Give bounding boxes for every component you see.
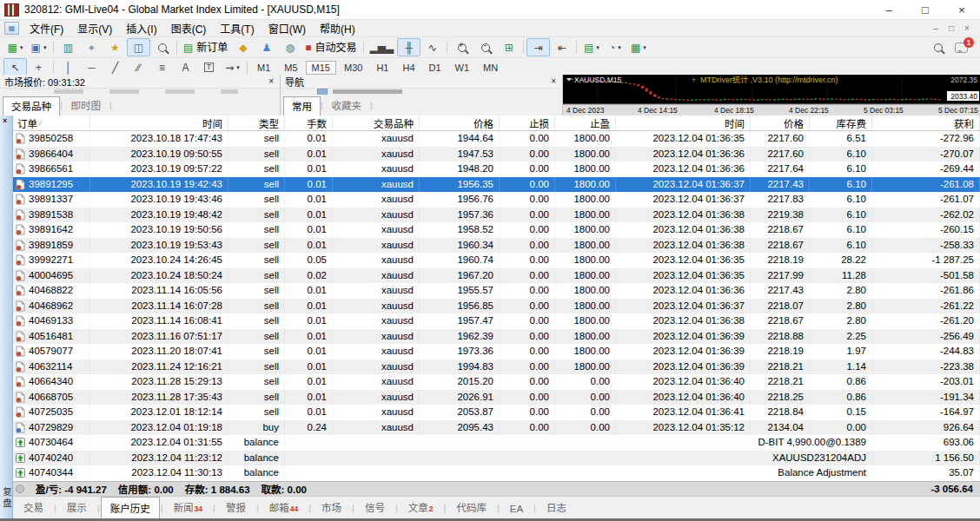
navigator-tab-1[interactable]: 常用 bbox=[283, 96, 321, 116]
market-watch-tab-2[interactable]: 即时图 bbox=[63, 96, 110, 115]
metaeditor-icon[interactable]: ◆ bbox=[231, 38, 255, 56]
history-row[interactable]: 405790772023.11.20 18:07:41sell0.01xauus… bbox=[12, 344, 980, 359]
terminal-tab-7[interactable]: 市场 bbox=[312, 496, 351, 520]
bar-chart-icon[interactable]: ▂▅▃ bbox=[367, 38, 398, 56]
history-row[interactable]: 398916422023.10.19 19:50:56sell0.01xauus… bbox=[12, 222, 980, 238]
column-header-open-price[interactable]: 价格 bbox=[420, 115, 500, 130]
navigator-tab-2[interactable]: 收藏夹 bbox=[323, 96, 371, 115]
history-row[interactable]: 407403442023.12.04 11:30:13balanceBalanc… bbox=[12, 465, 980, 481]
column-header-profit[interactable]: 获利 bbox=[872, 115, 980, 130]
channels-icon[interactable]: ≡ bbox=[150, 58, 174, 76]
child-close-button[interactable]: × bbox=[959, 23, 975, 33]
menu-item[interactable]: 窗口(W) bbox=[262, 20, 313, 36]
sidebar-vertical-label[interactable]: 复盘 bbox=[1, 487, 14, 509]
column-header-type[interactable]: 类型 bbox=[228, 115, 285, 130]
new-chart-icon[interactable]: ▦▾ bbox=[3, 38, 27, 56]
history-row[interactable]: 398912952023.10.19 19:42:43sell0.01xauus… bbox=[12, 177, 980, 193]
strategy-tester-icon[interactable] bbox=[150, 38, 174, 56]
timeframe-m1[interactable]: M1 bbox=[251, 61, 276, 75]
child-minimize-button[interactable]: – bbox=[928, 23, 944, 33]
child-restore-button[interactable]: □ bbox=[944, 23, 959, 33]
history-row[interactable]: 398502582023.10.18 17:47:43sell0.01xauus… bbox=[12, 131, 980, 147]
history-row[interactable]: 398913372023.10.19 19:43:46sell0.01xauus… bbox=[12, 192, 980, 208]
terminal-tab-8[interactable]: 信号 bbox=[355, 496, 394, 520]
fibonacci-icon[interactable]: ∕∕ bbox=[127, 58, 150, 76]
column-header-close-price[interactable]: 价格 bbox=[751, 115, 810, 130]
terminal-tab-11[interactable]: EA bbox=[500, 499, 533, 520]
auto-scroll-icon[interactable]: ⇥ bbox=[526, 38, 550, 56]
terminal-tab-10[interactable]: 代码库 bbox=[447, 496, 496, 520]
market-watch-icon[interactable]: ▥ bbox=[56, 38, 80, 56]
periods-icon[interactable]: ◔▾ bbox=[603, 38, 626, 56]
menu-item[interactable]: 插入(I) bbox=[119, 20, 163, 36]
text-icon[interactable]: A bbox=[174, 58, 197, 76]
terminal-tab-5[interactable]: 警报 bbox=[216, 496, 255, 520]
menu-item[interactable]: 工具(T) bbox=[213, 20, 261, 36]
community-icon[interactable]: ♟ bbox=[255, 38, 278, 56]
market-watch-tab-1[interactable]: 交易品种 bbox=[3, 96, 60, 116]
column-header-open-time[interactable]: 时间 bbox=[90, 115, 228, 130]
close-icon[interactable]: × bbox=[267, 76, 275, 86]
history-row[interactable]: 399922712023.10.24 14:26:45sell0.05xauus… bbox=[12, 253, 980, 268]
history-row[interactable]: 405164812023.11.16 07:51:17sell0.01xauus… bbox=[12, 329, 980, 345]
column-header-take-profit[interactable]: 止盈 bbox=[555, 115, 616, 130]
arrows-icon[interactable]: ⇝▾ bbox=[221, 58, 244, 76]
history-row[interactable]: 406687052023.11.28 17:35:43sell0.01xauus… bbox=[12, 390, 980, 406]
timeframe-d1[interactable]: D1 bbox=[423, 61, 447, 75]
profiles-icon[interactable]: ▣▾ bbox=[27, 38, 50, 56]
close-icon[interactable]: × bbox=[549, 76, 558, 86]
history-row[interactable]: 404688222023.11.14 16:05:56sell0.01xauus… bbox=[12, 283, 980, 299]
candlestick-chart-icon[interactable]: ╫ bbox=[397, 38, 420, 56]
column-header-symbol[interactable]: 交易品种 bbox=[333, 115, 420, 130]
templates-icon[interactable]: ▦▾ bbox=[626, 38, 650, 56]
history-row[interactable]: 398664042023.10.19 09:50:55sell0.01xauus… bbox=[12, 147, 980, 162]
data-window-icon[interactable]: ⌖ bbox=[80, 38, 103, 56]
timeframe-m5[interactable]: M5 bbox=[278, 61, 303, 75]
timeframe-mn[interactable]: MN bbox=[477, 61, 504, 75]
zoom-in-icon[interactable] bbox=[450, 38, 473, 56]
maximize-button[interactable]: □ bbox=[907, 0, 944, 19]
text-label-icon[interactable]: T bbox=[197, 58, 221, 76]
terminal-tab-12[interactable]: 日志 bbox=[537, 496, 576, 520]
menu-item[interactable]: 文件(F) bbox=[23, 20, 70, 36]
search-icon[interactable] bbox=[934, 43, 943, 52]
timeframe-m30[interactable]: M30 bbox=[338, 61, 368, 75]
timeframe-h4[interactable]: H4 bbox=[396, 61, 420, 75]
mql5-icon[interactable]: ◍ bbox=[278, 38, 301, 56]
menu-item[interactable]: 图表(C) bbox=[164, 20, 214, 36]
indicators-icon[interactable]: ▤▾ bbox=[579, 38, 603, 56]
history-row[interactable]: 407298292023.12.04 01:19:18buy0.24xauusd… bbox=[12, 420, 980, 436]
notifications-icon[interactable]: 1 bbox=[955, 43, 968, 53]
menu-item[interactable]: 显示(V) bbox=[70, 20, 119, 36]
timeframe-m15[interactable]: M15 bbox=[306, 61, 336, 75]
close-button[interactable]: × bbox=[944, 0, 980, 19]
column-header-lots[interactable]: 手数 bbox=[285, 115, 333, 130]
column-header-close-time[interactable]: 时间 bbox=[616, 115, 751, 130]
history-row[interactable]: 398665612023.10.19 09:57:22sell0.01xauus… bbox=[12, 162, 980, 177]
history-row[interactable]: 398915382023.10.19 19:48:42sell0.01xauus… bbox=[12, 208, 980, 223]
column-header-order[interactable]: 订单∕ bbox=[12, 115, 90, 130]
terminal-tab-4[interactable]: 新闻34 bbox=[164, 496, 212, 520]
history-row[interactable]: 406643402023.11.28 15:29:13sell0.01xauus… bbox=[12, 374, 980, 390]
history-row[interactable]: 407402402023.12.04 11:23:12balanceXAUUSD… bbox=[12, 451, 980, 466]
history-row[interactable]: 404691332023.11.14 16:08:41sell0.01xauus… bbox=[12, 313, 980, 329]
terminal-tab-6[interactable]: 邮箱44 bbox=[260, 496, 308, 520]
minimize-button[interactable]: – bbox=[871, 0, 907, 19]
column-header-stop-loss[interactable]: 止损 bbox=[500, 115, 555, 130]
terminal-tab-9[interactable]: 文章2 bbox=[399, 496, 443, 520]
timeframe-h1[interactable]: H1 bbox=[370, 61, 394, 75]
history-row[interactable]: 407304642023.12.04 01:31:55balanceD-BIT … bbox=[12, 435, 980, 451]
history-row[interactable]: 398918592023.10.19 19:53:43sell0.01xauus… bbox=[12, 238, 980, 254]
history-row[interactable]: 406321142023.11.24 12:16:21sell0.01xauus… bbox=[12, 359, 980, 375]
new-order-button[interactable]: ▤新订单 bbox=[180, 38, 231, 56]
price-chart[interactable]: XAUUSD,M15+MTDriver统计 ,V3.10 (http://mtd… bbox=[563, 75, 980, 115]
timeframe-w1[interactable]: W1 bbox=[449, 61, 476, 75]
line-chart-icon[interactable]: ∿ bbox=[420, 38, 444, 56]
autotrading-button[interactable]: ■自动交易 bbox=[301, 38, 360, 56]
zoom-out-icon[interactable] bbox=[473, 38, 497, 56]
tile-windows-icon[interactable]: ⊞ bbox=[497, 38, 520, 56]
close-icon[interactable]: × bbox=[3, 116, 7, 125]
terminal-tab-2[interactable]: 展示 bbox=[57, 496, 96, 520]
history-row[interactable]: 404689622023.11.14 16:07:28sell0.01xauus… bbox=[12, 299, 980, 314]
terminal-icon[interactable]: ◫ bbox=[127, 38, 150, 56]
